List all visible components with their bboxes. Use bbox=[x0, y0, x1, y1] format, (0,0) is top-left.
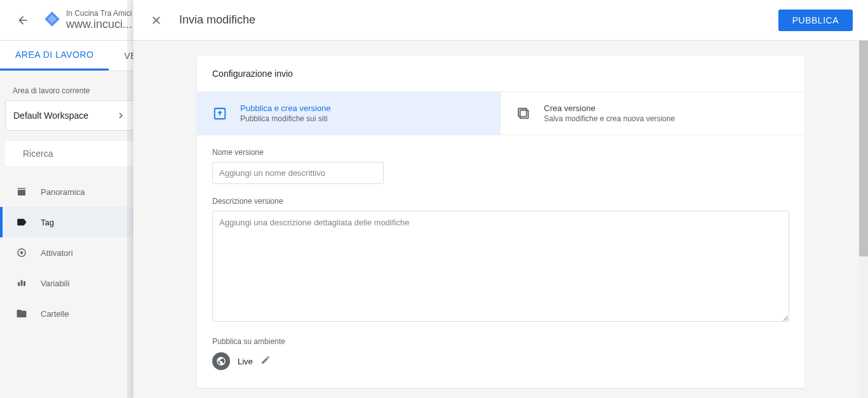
tab-workspace[interactable]: AREA DI LAVORO bbox=[0, 41, 109, 70]
gtm-logo-icon bbox=[43, 10, 61, 30]
env-row: Live bbox=[212, 352, 789, 370]
nav-variables[interactable]: Variabili bbox=[0, 268, 140, 298]
option-publish-create[interactable]: Pubblica e crea versione Pubblica modifi… bbox=[197, 91, 501, 135]
nav-triggers[interactable]: Attivatori bbox=[0, 237, 140, 268]
search-box[interactable] bbox=[5, 141, 135, 166]
scrollbar[interactable] bbox=[859, 41, 868, 398]
version-name-label: Nome versione bbox=[212, 148, 789, 157]
nav-overview[interactable]: Panoramica bbox=[0, 176, 140, 207]
back-button[interactable] bbox=[10, 8, 36, 33]
svg-point-1 bbox=[20, 251, 24, 255]
globe-icon bbox=[212, 352, 230, 370]
upload-icon bbox=[212, 106, 227, 121]
scrollbar-thumb[interactable] bbox=[859, 41, 868, 256]
folder-icon bbox=[15, 307, 28, 320]
version-name-input[interactable] bbox=[212, 162, 384, 184]
option-row: Pubblica e crea versione Pubblica modifi… bbox=[197, 91, 804, 135]
arrow-left-icon bbox=[17, 14, 29, 27]
sidebar: Area di lavoro corrente Default Workspac… bbox=[0, 41, 140, 398]
nav-item-label: Cartelle bbox=[41, 309, 69, 319]
nav-item-label: Variabili bbox=[41, 279, 69, 288]
nav-item-label: Panoramica bbox=[41, 187, 85, 197]
card-title: Configurazione invio bbox=[197, 56, 804, 91]
option-subtitle: Pubblica modifiche sui siti bbox=[240, 114, 330, 123]
modal-header: Invia modifiche PUBBLICA bbox=[133, 0, 868, 41]
version-desc-textarea[interactable] bbox=[212, 211, 789, 322]
container-name: In Cucina Tra Amici bbox=[66, 9, 132, 18]
modal-body: Configurazione invio Pubblica e crea ver… bbox=[133, 41, 868, 398]
container-url: www.incuci... bbox=[66, 18, 132, 31]
tag-icon bbox=[15, 216, 28, 229]
workspace-name: Default Workspace bbox=[13, 110, 88, 121]
config-card: Configurazione invio Pubblica e crea ver… bbox=[197, 56, 804, 388]
submit-modal: Invia modifiche PUBBLICA Configurazione … bbox=[133, 0, 868, 398]
option-title: Pubblica e crea versione bbox=[240, 103, 330, 113]
nav-item-label: Tag bbox=[41, 218, 54, 227]
brick-icon bbox=[15, 277, 28, 289]
header-titles: In Cucina Tra Amici www.incuci... bbox=[66, 9, 132, 31]
search-input[interactable] bbox=[23, 149, 134, 159]
current-workspace-label: Area di lavoro corrente bbox=[0, 79, 140, 100]
nav-list: Panoramica Tag Attivatori Variabili Cart… bbox=[0, 176, 140, 329]
close-button[interactable] bbox=[149, 13, 164, 28]
env-edit-button[interactable] bbox=[261, 355, 271, 368]
close-icon bbox=[150, 14, 163, 27]
env-value: Live bbox=[238, 357, 253, 366]
modal-title: Invia modifiche bbox=[179, 13, 778, 27]
version-desc-label: Descrizione versione bbox=[212, 197, 789, 206]
form-section: Nome versione Descrizione versione Pubbl… bbox=[197, 135, 804, 388]
option-subtitle: Salva modifiche e crea nuova versione bbox=[544, 114, 675, 123]
pencil-icon bbox=[261, 355, 271, 365]
nav-tag[interactable]: Tag bbox=[0, 207, 140, 237]
chevron-right-icon bbox=[115, 110, 126, 121]
version-icon bbox=[516, 106, 531, 121]
publish-button[interactable]: PUBBLICA bbox=[778, 10, 853, 31]
publish-env-label: Pubblica su ambiente bbox=[212, 337, 789, 346]
dashboard-icon bbox=[15, 185, 28, 198]
nav-item-label: Attivatori bbox=[41, 248, 73, 258]
target-icon bbox=[15, 246, 28, 259]
nav-folders[interactable]: Cartelle bbox=[0, 298, 140, 329]
option-create-version[interactable]: Crea versione Salva modifiche e crea nuo… bbox=[501, 91, 804, 135]
workspace-selector[interactable]: Default Workspace bbox=[5, 100, 135, 131]
option-title: Crea versione bbox=[544, 103, 675, 113]
